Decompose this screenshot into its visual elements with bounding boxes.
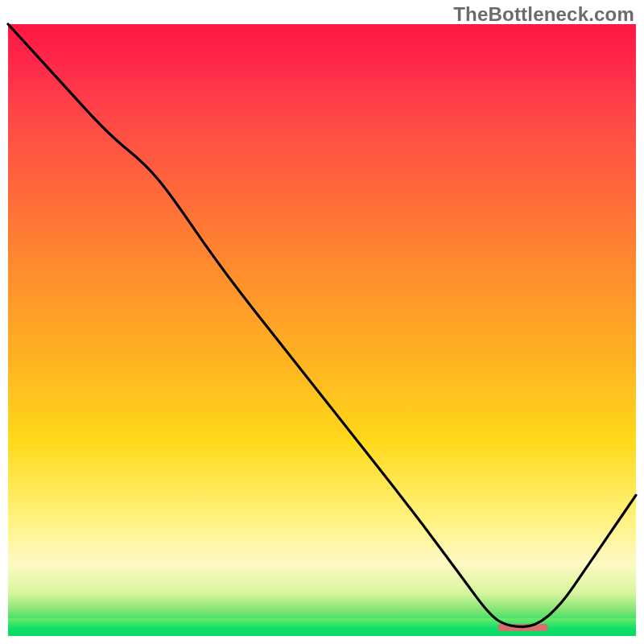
chart-stage: TheBottleneck.com: [0, 0, 644, 644]
watermark-text: TheBottleneck.com: [453, 3, 634, 26]
plot-area: [8, 24, 636, 636]
curve-path: [8, 24, 636, 627]
bottleneck-curve: [8, 24, 636, 636]
